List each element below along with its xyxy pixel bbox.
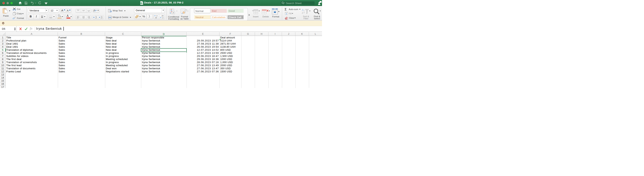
svg-text:X: X	[141, 2, 142, 4]
svg-text:A: A	[302, 9, 304, 11]
svg-text:.0: .0	[162, 17, 164, 19]
svg-text:ab: ab	[94, 9, 96, 12]
svg-text:.00: .00	[155, 17, 157, 19]
svg-text:Z: Z	[302, 11, 303, 14]
svg-text:≠: ≠	[173, 11, 174, 14]
svg-text:.0: .0	[156, 15, 158, 17]
svg-text:.00: .00	[161, 15, 164, 17]
